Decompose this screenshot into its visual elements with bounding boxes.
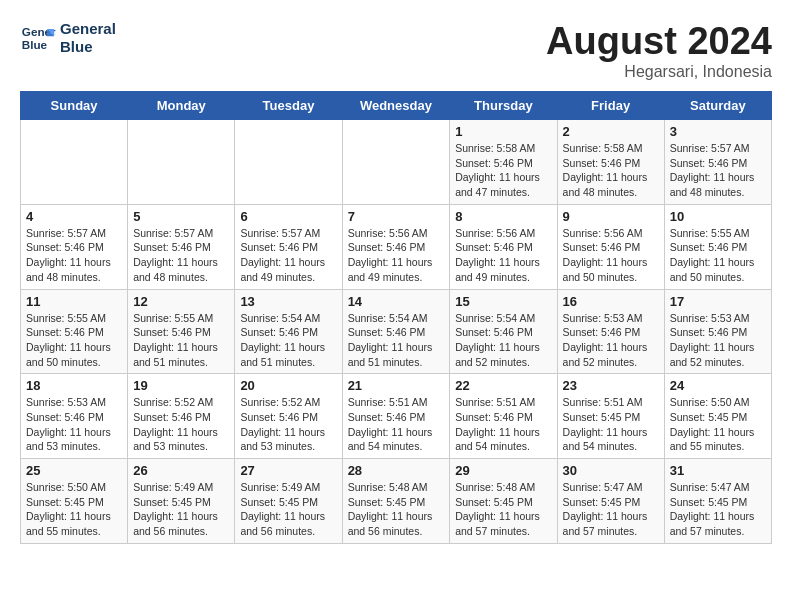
logo: General Blue General Blue (20, 20, 116, 56)
day-number: 29 (455, 463, 551, 478)
calendar-cell: 10 Sunrise: 5:55 AM Sunset: 5:46 PM Dayl… (664, 204, 771, 289)
logo-text-general: General (60, 20, 116, 38)
day-number: 11 (26, 294, 122, 309)
calendar-cell: 14 Sunrise: 5:54 AM Sunset: 5:46 PM Dayl… (342, 289, 450, 374)
day-info: Sunrise: 5:54 AM Sunset: 5:46 PM Dayligh… (240, 311, 336, 370)
calendar-week-4: 18 Sunrise: 5:53 AM Sunset: 5:46 PM Dayl… (21, 374, 772, 459)
day-info: Sunrise: 5:58 AM Sunset: 5:46 PM Dayligh… (455, 141, 551, 200)
calendar-cell (235, 120, 342, 205)
calendar-cell: 5 Sunrise: 5:57 AM Sunset: 5:46 PM Dayli… (128, 204, 235, 289)
calendar-cell: 31 Sunrise: 5:47 AM Sunset: 5:45 PM Dayl… (664, 459, 771, 544)
day-info: Sunrise: 5:56 AM Sunset: 5:46 PM Dayligh… (563, 226, 659, 285)
weekday-header-wednesday: Wednesday (342, 92, 450, 120)
day-number: 12 (133, 294, 229, 309)
weekday-header-tuesday: Tuesday (235, 92, 342, 120)
calendar-week-5: 25 Sunrise: 5:50 AM Sunset: 5:45 PM Dayl… (21, 459, 772, 544)
calendar-cell: 25 Sunrise: 5:50 AM Sunset: 5:45 PM Dayl… (21, 459, 128, 544)
day-info: Sunrise: 5:51 AM Sunset: 5:46 PM Dayligh… (455, 395, 551, 454)
weekday-header-thursday: Thursday (450, 92, 557, 120)
day-info: Sunrise: 5:53 AM Sunset: 5:46 PM Dayligh… (26, 395, 122, 454)
day-info: Sunrise: 5:53 AM Sunset: 5:46 PM Dayligh… (670, 311, 766, 370)
day-info: Sunrise: 5:54 AM Sunset: 5:46 PM Dayligh… (455, 311, 551, 370)
page-header: General Blue General Blue August 2024 He… (20, 20, 772, 81)
calendar-cell: 26 Sunrise: 5:49 AM Sunset: 5:45 PM Dayl… (128, 459, 235, 544)
day-number: 16 (563, 294, 659, 309)
calendar-cell: 29 Sunrise: 5:48 AM Sunset: 5:45 PM Dayl… (450, 459, 557, 544)
calendar-cell: 1 Sunrise: 5:58 AM Sunset: 5:46 PM Dayli… (450, 120, 557, 205)
day-info: Sunrise: 5:52 AM Sunset: 5:46 PM Dayligh… (240, 395, 336, 454)
calendar-cell: 13 Sunrise: 5:54 AM Sunset: 5:46 PM Dayl… (235, 289, 342, 374)
day-number: 15 (455, 294, 551, 309)
day-info: Sunrise: 5:52 AM Sunset: 5:46 PM Dayligh… (133, 395, 229, 454)
day-number: 6 (240, 209, 336, 224)
calendar-cell: 22 Sunrise: 5:51 AM Sunset: 5:46 PM Dayl… (450, 374, 557, 459)
calendar-cell (128, 120, 235, 205)
day-number: 18 (26, 378, 122, 393)
day-number: 2 (563, 124, 659, 139)
day-number: 22 (455, 378, 551, 393)
calendar-cell: 20 Sunrise: 5:52 AM Sunset: 5:46 PM Dayl… (235, 374, 342, 459)
day-number: 23 (563, 378, 659, 393)
calendar-cell: 28 Sunrise: 5:48 AM Sunset: 5:45 PM Dayl… (342, 459, 450, 544)
calendar-cell: 6 Sunrise: 5:57 AM Sunset: 5:46 PM Dayli… (235, 204, 342, 289)
day-info: Sunrise: 5:57 AM Sunset: 5:46 PM Dayligh… (26, 226, 122, 285)
calendar-cell: 11 Sunrise: 5:55 AM Sunset: 5:46 PM Dayl… (21, 289, 128, 374)
day-info: Sunrise: 5:49 AM Sunset: 5:45 PM Dayligh… (133, 480, 229, 539)
calendar-cell: 3 Sunrise: 5:57 AM Sunset: 5:46 PM Dayli… (664, 120, 771, 205)
day-number: 17 (670, 294, 766, 309)
day-number: 24 (670, 378, 766, 393)
logo-text-blue: Blue (60, 38, 116, 56)
day-info: Sunrise: 5:55 AM Sunset: 5:46 PM Dayligh… (26, 311, 122, 370)
calendar-cell: 23 Sunrise: 5:51 AM Sunset: 5:45 PM Dayl… (557, 374, 664, 459)
day-info: Sunrise: 5:47 AM Sunset: 5:45 PM Dayligh… (563, 480, 659, 539)
day-info: Sunrise: 5:55 AM Sunset: 5:46 PM Dayligh… (133, 311, 229, 370)
day-info: Sunrise: 5:47 AM Sunset: 5:45 PM Dayligh… (670, 480, 766, 539)
calendar-week-3: 11 Sunrise: 5:55 AM Sunset: 5:46 PM Dayl… (21, 289, 772, 374)
calendar-week-1: 1 Sunrise: 5:58 AM Sunset: 5:46 PM Dayli… (21, 120, 772, 205)
calendar-cell: 27 Sunrise: 5:49 AM Sunset: 5:45 PM Dayl… (235, 459, 342, 544)
weekday-header-sunday: Sunday (21, 92, 128, 120)
calendar-cell: 17 Sunrise: 5:53 AM Sunset: 5:46 PM Dayl… (664, 289, 771, 374)
day-number: 4 (26, 209, 122, 224)
day-info: Sunrise: 5:54 AM Sunset: 5:46 PM Dayligh… (348, 311, 445, 370)
svg-text:Blue: Blue (22, 38, 48, 51)
weekday-header-row: SundayMondayTuesdayWednesdayThursdayFrid… (21, 92, 772, 120)
calendar-cell: 30 Sunrise: 5:47 AM Sunset: 5:45 PM Dayl… (557, 459, 664, 544)
day-info: Sunrise: 5:55 AM Sunset: 5:46 PM Dayligh… (670, 226, 766, 285)
day-number: 10 (670, 209, 766, 224)
day-info: Sunrise: 5:56 AM Sunset: 5:46 PM Dayligh… (455, 226, 551, 285)
calendar-cell: 15 Sunrise: 5:54 AM Sunset: 5:46 PM Dayl… (450, 289, 557, 374)
day-info: Sunrise: 5:50 AM Sunset: 5:45 PM Dayligh… (26, 480, 122, 539)
calendar-cell: 2 Sunrise: 5:58 AM Sunset: 5:46 PM Dayli… (557, 120, 664, 205)
day-number: 19 (133, 378, 229, 393)
calendar-cell (342, 120, 450, 205)
calendar-cell (21, 120, 128, 205)
day-number: 26 (133, 463, 229, 478)
day-number: 31 (670, 463, 766, 478)
title-block: August 2024 Hegarsari, Indonesia (546, 20, 772, 81)
calendar-cell: 19 Sunrise: 5:52 AM Sunset: 5:46 PM Dayl… (128, 374, 235, 459)
calendar-cell: 24 Sunrise: 5:50 AM Sunset: 5:45 PM Dayl… (664, 374, 771, 459)
day-number: 21 (348, 378, 445, 393)
day-info: Sunrise: 5:57 AM Sunset: 5:46 PM Dayligh… (133, 226, 229, 285)
calendar-week-2: 4 Sunrise: 5:57 AM Sunset: 5:46 PM Dayli… (21, 204, 772, 289)
day-number: 7 (348, 209, 445, 224)
day-info: Sunrise: 5:53 AM Sunset: 5:46 PM Dayligh… (563, 311, 659, 370)
day-info: Sunrise: 5:57 AM Sunset: 5:46 PM Dayligh… (240, 226, 336, 285)
weekday-header-friday: Friday (557, 92, 664, 120)
day-number: 9 (563, 209, 659, 224)
calendar-cell: 18 Sunrise: 5:53 AM Sunset: 5:46 PM Dayl… (21, 374, 128, 459)
calendar-cell: 4 Sunrise: 5:57 AM Sunset: 5:46 PM Dayli… (21, 204, 128, 289)
day-number: 20 (240, 378, 336, 393)
calendar-cell: 7 Sunrise: 5:56 AM Sunset: 5:46 PM Dayli… (342, 204, 450, 289)
day-info: Sunrise: 5:48 AM Sunset: 5:45 PM Dayligh… (348, 480, 445, 539)
logo-icon: General Blue (20, 20, 56, 56)
calendar-cell: 8 Sunrise: 5:56 AM Sunset: 5:46 PM Dayli… (450, 204, 557, 289)
day-number: 30 (563, 463, 659, 478)
day-info: Sunrise: 5:51 AM Sunset: 5:46 PM Dayligh… (348, 395, 445, 454)
calendar-cell: 12 Sunrise: 5:55 AM Sunset: 5:46 PM Dayl… (128, 289, 235, 374)
day-info: Sunrise: 5:50 AM Sunset: 5:45 PM Dayligh… (670, 395, 766, 454)
day-info: Sunrise: 5:58 AM Sunset: 5:46 PM Dayligh… (563, 141, 659, 200)
day-number: 14 (348, 294, 445, 309)
calendar-cell: 16 Sunrise: 5:53 AM Sunset: 5:46 PM Dayl… (557, 289, 664, 374)
